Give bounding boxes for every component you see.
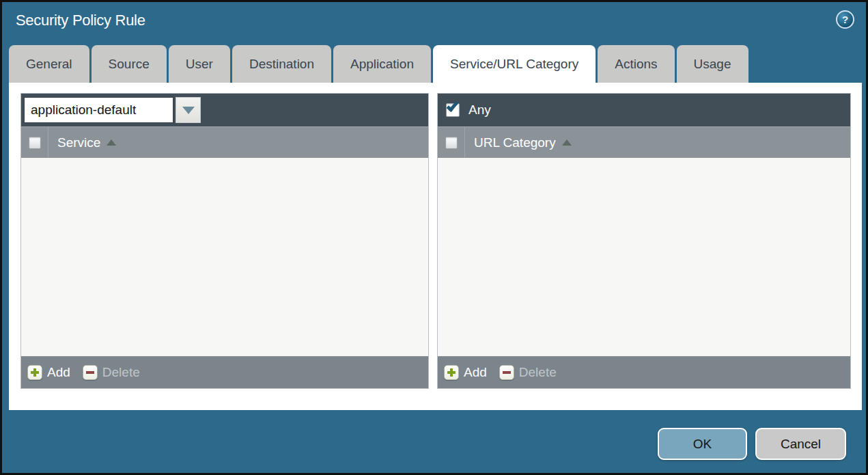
help-glyph: ? — [842, 14, 848, 25]
url-category-table-header: URL Category — [438, 126, 850, 158]
tab-bar: General Source User Destination Applicat… — [9, 45, 748, 83]
cancel-button[interactable]: Cancel — [755, 428, 846, 460]
url-category-select-all-checkbox[interactable] — [445, 137, 458, 149]
any-label: Any — [468, 103, 491, 118]
add-url-category-label: Add — [464, 365, 487, 380]
delete-url-category-button[interactable]: Delete — [499, 365, 557, 380]
service-table-header: Service — [21, 126, 428, 158]
tab-source[interactable]: Source — [92, 45, 167, 83]
delete-url-category-label: Delete — [519, 365, 557, 380]
sort-ascending-icon[interactable] — [562, 139, 572, 146]
service-panel: application-default Service — [20, 93, 429, 389]
plus-icon — [27, 365, 42, 380]
any-checkbox[interactable] — [446, 103, 460, 117]
minus-icon — [499, 365, 514, 380]
tab-user[interactable]: User — [169, 45, 230, 83]
service-column-label: Service — [57, 135, 100, 150]
url-category-column-label: URL Category — [474, 135, 556, 150]
dialog-content: application-default Service — [9, 83, 862, 410]
tab-usage[interactable]: Usage — [677, 45, 748, 83]
url-category-column-header[interactable]: URL Category — [465, 127, 572, 158]
url-category-panel: Any URL Category Add Delete — [437, 93, 851, 389]
add-service-button[interactable]: Add — [27, 365, 70, 380]
tab-service-url-category[interactable]: Service/URL Category — [433, 45, 596, 83]
title-bar: Security Policy Rule ? — [2, 2, 866, 43]
service-select-all-cell — [21, 127, 48, 158]
delete-service-button[interactable]: Delete — [83, 365, 140, 380]
url-category-list — [438, 158, 850, 356]
service-toolbar: application-default — [21, 94, 428, 126]
help-icon[interactable]: ? — [836, 10, 854, 29]
tab-application[interactable]: Application — [333, 45, 431, 83]
delete-service-label: Delete — [102, 365, 140, 380]
service-select-all-checkbox[interactable] — [29, 137, 41, 149]
dialog-title: Security Policy Rule — [16, 12, 145, 29]
service-type-dropdown-value[interactable]: application-default — [24, 97, 173, 123]
sort-ascending-icon[interactable] — [107, 139, 116, 146]
url-category-toolbar: Any — [438, 94, 850, 126]
tab-general[interactable]: General — [9, 45, 89, 83]
chevron-down-glyph — [182, 107, 195, 114]
security-policy-rule-dialog: Security Policy Rule ? General Source Us… — [0, 0, 868, 475]
plus-icon — [444, 365, 459, 380]
add-url-category-button[interactable]: Add — [444, 365, 487, 380]
service-list — [21, 158, 428, 356]
tab-actions[interactable]: Actions — [598, 45, 674, 83]
checkmark-icon — [447, 99, 459, 112]
ok-button[interactable]: OK — [658, 428, 747, 460]
url-category-select-all-cell — [438, 127, 465, 158]
chevron-down-icon[interactable] — [176, 97, 201, 123]
tab-destination[interactable]: Destination — [232, 45, 331, 83]
service-type-dropdown[interactable]: application-default — [24, 97, 201, 123]
add-service-label: Add — [47, 365, 70, 380]
minus-icon — [83, 365, 98, 380]
service-column-header[interactable]: Service — [48, 127, 116, 158]
service-footer: Add Delete — [21, 356, 428, 388]
url-category-footer: Add Delete — [438, 356, 850, 388]
